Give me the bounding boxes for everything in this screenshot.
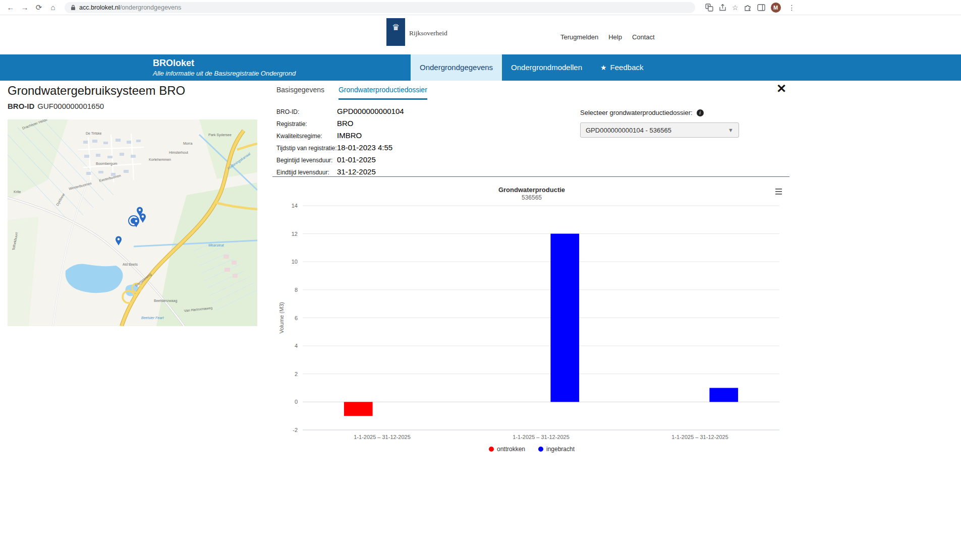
url-host: acc.broloket.nl (79, 4, 120, 11)
y-axis-title: Volume (M3) (278, 302, 285, 333)
header-link-contact[interactable]: Contact (632, 33, 655, 41)
nav-item-feedback[interactable]: ★Feedback (591, 54, 652, 81)
info-icon[interactable]: i (697, 109, 704, 116)
x-category-label: 1-1-2025 – 31-12-2025 (513, 434, 570, 440)
y-tick-label: 12 (292, 231, 298, 237)
home-button[interactable]: ⌂ (47, 2, 59, 13)
y-tick-label: 14 (292, 203, 298, 209)
y-tick-label: -2 (293, 427, 298, 433)
map-place-label: Himsterhout (169, 151, 188, 154)
content: Grondwatergebruiksysteem BRO BRO-IDGUF00… (0, 81, 961, 560)
extensions-puzzle-icon[interactable] (744, 4, 752, 11)
share-icon[interactable] (719, 4, 726, 12)
nav-item-label: Feedback (610, 54, 644, 81)
chart: Grondwaterproductie 536565 14121086420-2… (276, 183, 787, 458)
detail-panel: Basisgegevens Grondwaterproductiedossier… (272, 81, 789, 560)
browser-menu-icon[interactable]: ⋮ (786, 2, 798, 13)
legend-label: onttrokken (497, 446, 525, 453)
dossier-select[interactable]: GPD000000000104 - 536565 ▼ (580, 122, 739, 138)
header-link-help[interactable]: Help (608, 33, 622, 41)
nav-item-ondergrondmodellen[interactable]: Ondergrondmodellen (502, 54, 591, 81)
profile-avatar[interactable]: M (771, 3, 781, 13)
chevron-down-icon: ▼ (728, 127, 733, 133)
detail-value: BRO (337, 119, 354, 128)
lock-icon (71, 5, 76, 11)
main-navbar: BROloket Alle informatie uit de Basisreg… (0, 54, 961, 81)
url-text: acc.broloket.nl/ondergrondgegevens (79, 4, 181, 11)
legend-marker (538, 447, 543, 452)
map-place-label: De Tirtske (86, 132, 102, 135)
page-title: Grondwatergebruiksysteem BRO (8, 84, 185, 98)
dossier-selector: Selecteer grondwaterproductiedossier: i … (580, 109, 747, 138)
detail-label: Registratie: (276, 120, 337, 128)
nav-item-ondergrondgegevens[interactable]: Ondergrondgegevens (411, 54, 502, 81)
dossier-selector-label-row: Selecteer grondwaterproductiedossier: i (580, 109, 747, 116)
bar-ingebracht[interactable] (550, 234, 579, 402)
legend-marker (489, 447, 494, 452)
detail-label: Eindtijd levensduur: (276, 169, 337, 176)
detail-value: 31-12-2025 (337, 167, 376, 176)
rijksoverheid-crest-icon: ♛ (386, 18, 405, 46)
map-place-label: Boornbergum (96, 162, 118, 166)
detail-label: Kwaliteitsregime: (276, 133, 337, 140)
browser-actions: ☆ M ⋮ (705, 2, 798, 13)
browser-chrome: ← → ⟳ ⌂ acc.broloket.nl/ondergrondgegeve… (0, 0, 961, 15)
nav-item-label: Ondergrondmodellen (511, 54, 582, 81)
detail-value: 01-01-2025 (337, 155, 376, 164)
url-path: /ondergrondgegevens (120, 4, 182, 11)
map-place-label: Morra (183, 142, 192, 145)
detail-row: Eindtijd levensduur:31-12-2025 (276, 167, 404, 176)
close-panel-button[interactable]: ✕ (776, 83, 786, 95)
map-place-label: Ald Beets (123, 263, 138, 266)
detail-row: BRO-ID:GPD000000000104 (276, 107, 404, 115)
detail-row: Begintijd levensduur:01-01-2025 (276, 155, 404, 164)
tab-grondwaterproductiedossier[interactable]: Grondwaterproductiedossier (338, 86, 427, 100)
legend-label: ingebracht (546, 446, 575, 453)
translate-icon[interactable] (705, 4, 713, 12)
y-tick-label: 0 (295, 399, 298, 405)
reload-button[interactable]: ⟳ (33, 2, 44, 13)
x-category-label: 1-1-2025 – 31-12-2025 (671, 434, 728, 440)
header-link-terugmelden[interactable]: Terugmelden (560, 33, 598, 41)
dossier-selector-label: Selecteer grondwaterproductiedossier: (580, 109, 693, 116)
chart-legend: onttrokkeningebracht (276, 446, 787, 453)
bar-ingebracht[interactable] (709, 388, 738, 402)
map-place-label: Mearsleat (208, 243, 224, 247)
map-place-label: Beetster Feart (141, 316, 164, 320)
map-container[interactable]: Drachtster HeideDe TirtskeMorraPark Syde… (8, 119, 257, 326)
brand: BROloket Alle informatie uit de Basisreg… (153, 58, 296, 77)
dossier-select-value: GPD000000000104 - 536565 (586, 127, 671, 134)
sidebar-icon[interactable] (757, 4, 765, 11)
detail-row: Registratie:BRO (276, 119, 404, 128)
detail-row: Kwaliteitsregime:IMBRO (276, 131, 404, 140)
x-category-label: 1-1-2025 – 31-12-2025 (354, 434, 411, 440)
legend-item-ingebracht[interactable]: ingebracht (538, 446, 575, 453)
y-tick-label: 4 (295, 343, 298, 349)
detail-value: GPD000000000104 (337, 107, 404, 115)
bro-id-label: BRO-ID (8, 102, 34, 110)
detail-label: BRO-ID: (276, 108, 337, 115)
nav-item-label: Ondergrondgegevens (420, 54, 493, 81)
panel-divider (272, 176, 789, 177)
bookmark-star-icon[interactable]: ☆ (732, 4, 739, 12)
rijksoverheid-logo: ♛ Rijksoverheid (386, 18, 447, 46)
tab-basisgegevens[interactable]: Basisgegevens (276, 86, 324, 100)
bar-onttrokken[interactable] (344, 402, 373, 416)
y-tick-label: 2 (295, 371, 298, 377)
bro-id-line: BRO-IDGUF000000001650 (8, 102, 104, 110)
legend-item-onttrokken[interactable]: onttrokken (489, 446, 525, 453)
detail-value: 18-01-2023 4:55 (337, 143, 392, 152)
address-bar[interactable]: acc.broloket.nl/ondergrondgegevens (65, 2, 695, 13)
y-tick-label: 6 (295, 315, 298, 321)
y-tick-label: 10 (292, 259, 298, 265)
map[interactable]: Drachtster HeideDe TirtskeMorraPark Syde… (8, 119, 257, 326)
bro-id-value: GUF000000001650 (37, 102, 104, 110)
brand-subtitle: Alle informatie uit de Basisregistratie … (153, 70, 296, 77)
brand-title: BROloket (153, 58, 296, 69)
forward-button[interactable]: → (19, 2, 30, 13)
detail-value: IMBRO (337, 131, 362, 140)
site-header: ♛ Rijksoverheid TerugmeldenHelpContact (0, 15, 961, 54)
back-button[interactable]: ← (5, 2, 16, 13)
detail-tabs: Basisgegevens Grondwaterproductiedossier (276, 86, 427, 100)
detail-rows: BRO-ID:GPD000000000104Registratie:BROKwa… (276, 107, 404, 179)
